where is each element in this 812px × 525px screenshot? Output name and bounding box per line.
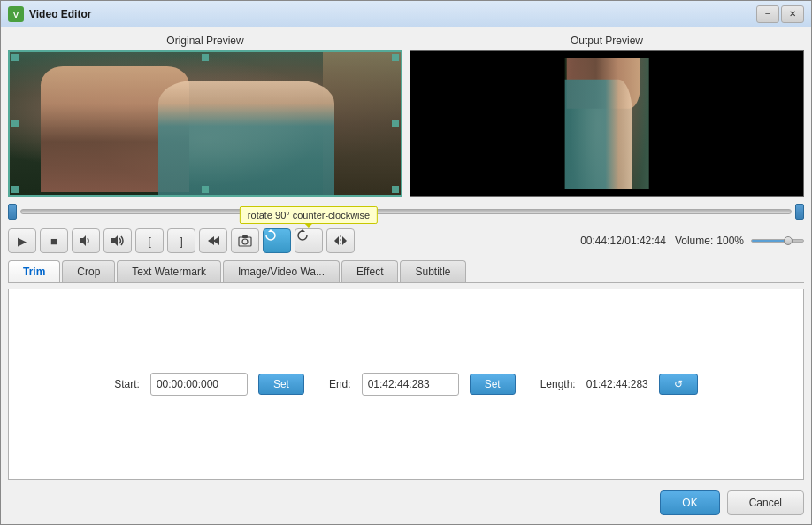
svg-marker-10 bbox=[300, 229, 305, 232]
svg-marker-4 bbox=[208, 236, 214, 245]
time-display: 00:44:12/01:42:44 bbox=[580, 235, 666, 247]
start-input[interactable] bbox=[150, 373, 248, 396]
side-ml[interactable] bbox=[11, 120, 19, 127]
app-icon: V bbox=[8, 6, 24, 22]
rotate-cw-button[interactable] bbox=[263, 228, 291, 253]
minimize-button[interactable]: − bbox=[756, 5, 779, 23]
prev-segment-button[interactable] bbox=[199, 228, 227, 253]
svg-marker-11 bbox=[334, 236, 339, 245]
rotated-inner bbox=[564, 58, 648, 189]
output-preview-panel: Output Preview bbox=[410, 35, 804, 197]
rotated-content bbox=[479, 58, 735, 189]
mark-in-button[interactable]: [ bbox=[135, 228, 164, 253]
reset-button[interactable]: ↺ bbox=[659, 374, 698, 395]
seek-slider-row bbox=[8, 202, 804, 221]
length-label: Length: bbox=[540, 378, 576, 390]
video-editor-window: V Video Editor − ✕ Original Preview bbox=[0, 0, 812, 525]
original-preview-panel: Original Preview bbox=[8, 35, 402, 197]
tab-trim[interactable]: Trim bbox=[8, 260, 60, 283]
volume-up-button[interactable] bbox=[103, 228, 132, 253]
flip-button[interactable] bbox=[326, 228, 355, 253]
svg-rect-8 bbox=[242, 235, 248, 238]
end-input[interactable] bbox=[362, 373, 459, 396]
crop-markers bbox=[10, 52, 401, 195]
volume-value: 100% bbox=[716, 235, 744, 247]
svg-marker-3 bbox=[111, 235, 118, 246]
svg-text:V: V bbox=[13, 11, 19, 19]
playback-controls: ▶ ■ [ ] rotate 90° counter-clockwise bbox=[8, 227, 804, 255]
trim-controls: Start: Set End: Set Length: 01:42:44:283… bbox=[23, 373, 789, 396]
corner-br[interactable] bbox=[392, 186, 399, 193]
tab-crop[interactable]: Crop bbox=[62, 260, 115, 283]
reset-icon: ↺ bbox=[674, 378, 683, 390]
mark-out-button[interactable]: ] bbox=[167, 228, 195, 253]
output-frame bbox=[410, 51, 803, 196]
tab-content-area: Start: Set End: Set Length: 01:42:44:283… bbox=[8, 289, 804, 480]
tabs-border bbox=[8, 282, 804, 283]
svg-marker-12 bbox=[342, 236, 347, 245]
rotate-ccw-button[interactable]: rotate 90° counter-clockwise bbox=[295, 228, 323, 253]
main-content: Original Preview bbox=[1, 27, 811, 524]
volume-slider[interactable] bbox=[751, 239, 804, 243]
close-button[interactable]: ✕ bbox=[781, 5, 804, 23]
tabs-row: Trim Crop Text Watermark Image/Video Wa.… bbox=[8, 260, 804, 283]
side-mr[interactable] bbox=[392, 120, 399, 127]
play-button[interactable]: ▶ bbox=[8, 228, 36, 253]
tab-image-video-watermark[interactable]: Image/Video Wa... bbox=[223, 260, 340, 283]
preview-section: Original Preview bbox=[8, 35, 804, 197]
original-preview-label: Original Preview bbox=[166, 35, 243, 47]
tab-text-watermark[interactable]: Text Watermark bbox=[117, 260, 221, 283]
window-title: Video Editor bbox=[29, 8, 756, 20]
cancel-button[interactable]: Cancel bbox=[727, 490, 804, 515]
ok-button[interactable]: OK bbox=[660, 490, 719, 515]
seek-thumb[interactable] bbox=[339, 206, 349, 217]
bottom-buttons: OK Cancel bbox=[8, 485, 804, 517]
stop-button[interactable]: ■ bbox=[40, 228, 68, 253]
original-video[interactable] bbox=[8, 50, 402, 197]
length-value: 01:42:44:283 bbox=[586, 378, 648, 390]
svg-marker-2 bbox=[80, 235, 86, 246]
side-mt[interactable] bbox=[202, 54, 209, 61]
rot-person2 bbox=[564, 79, 632, 189]
svg-marker-5 bbox=[213, 236, 219, 245]
tab-subtitle[interactable]: Subtitle bbox=[400, 260, 465, 283]
window-controls: − ✕ bbox=[756, 5, 804, 23]
output-video[interactable] bbox=[410, 50, 804, 197]
slider-end-handle[interactable] bbox=[795, 204, 804, 220]
set-start-button[interactable]: Set bbox=[258, 374, 304, 395]
volume-down-button[interactable] bbox=[72, 228, 100, 253]
start-label: Start: bbox=[114, 378, 140, 390]
tabs-container: Trim Crop Text Watermark Image/Video Wa.… bbox=[8, 260, 804, 283]
title-bar: V Video Editor − ✕ bbox=[1, 1, 811, 27]
volume-thumb[interactable] bbox=[784, 236, 793, 245]
end-label: End: bbox=[329, 378, 351, 390]
side-mb[interactable] bbox=[202, 186, 209, 193]
svg-point-7 bbox=[242, 239, 248, 244]
svg-marker-9 bbox=[268, 229, 273, 232]
seek-track[interactable] bbox=[20, 209, 792, 214]
output-preview-label: Output Preview bbox=[571, 35, 643, 47]
corner-tl[interactable] bbox=[11, 54, 19, 61]
slider-start-handle[interactable] bbox=[8, 204, 17, 220]
tab-effect[interactable]: Effect bbox=[341, 260, 398, 283]
set-end-button[interactable]: Set bbox=[470, 374, 516, 395]
snapshot-button[interactable] bbox=[231, 228, 259, 253]
corner-tr[interactable] bbox=[392, 54, 399, 61]
corner-bl[interactable] bbox=[11, 186, 19, 193]
volume-label: Volume: bbox=[675, 235, 713, 247]
